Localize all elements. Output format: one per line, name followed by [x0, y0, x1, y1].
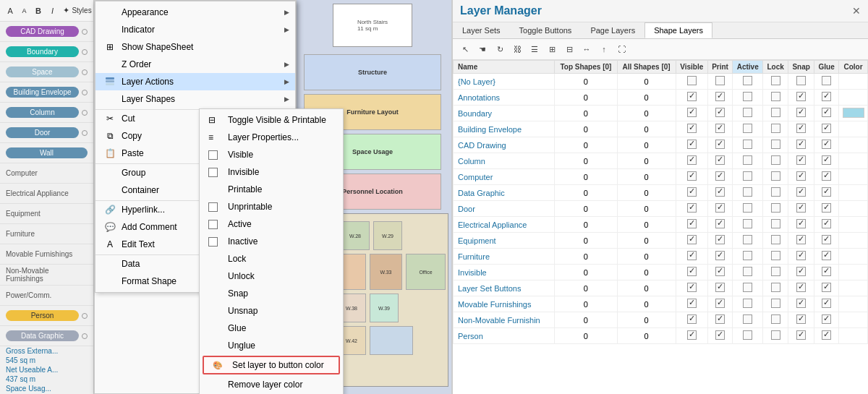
snap-checkbox[interactable] — [796, 108, 806, 117]
glue-checkbox[interactable] — [822, 330, 831, 340]
ctx-menu-item[interactable]: Layer Actions — [95, 73, 295, 90]
print-checkbox[interactable] — [715, 267, 725, 276]
snap-checkbox[interactable] — [796, 219, 806, 228]
print-checkbox[interactable] — [715, 251, 725, 260]
submenu-item[interactable]: Lock — [200, 250, 343, 267]
print-checkbox[interactable] — [715, 299, 725, 308]
visible-checkbox[interactable] — [687, 140, 697, 149]
lock-checkbox[interactable] — [771, 299, 780, 308]
glue-checkbox[interactable] — [822, 267, 831, 276]
lock-checkbox[interactable] — [771, 124, 780, 133]
glue-checkbox[interactable] — [822, 251, 831, 260]
up-btn[interactable]: ↑ — [596, 41, 612, 57]
snap-checkbox[interactable] — [796, 267, 806, 276]
lock-checkbox[interactable] — [771, 330, 780, 340]
print-checkbox[interactable] — [715, 187, 725, 197]
ctx-menu-item[interactable]: Appearance — [95, 4, 295, 21]
active-checkbox[interactable] — [743, 330, 752, 340]
lm-close-btn[interactable]: ✕ — [852, 5, 861, 17]
submenu-item[interactable]: Unsnap — [200, 302, 343, 320]
submenu-item[interactable]: Invisible — [200, 163, 343, 181]
color-cell[interactable] — [839, 185, 868, 201]
color-cell[interactable] — [839, 328, 868, 344]
lock-checkbox[interactable] — [771, 108, 780, 117]
layer-name-cell[interactable]: Furniture — [454, 249, 555, 265]
expand-btn[interactable]: ⛶ — [613, 41, 629, 57]
print-checkbox[interactable] — [715, 283, 725, 292]
layer-name-cell[interactable]: Movable Furnishings — [454, 296, 555, 312]
layer-item[interactable]: Data Graphic — [0, 326, 93, 346]
color-cell[interactable] — [839, 90, 868, 106]
bold-btn[interactable]: B — [33, 4, 44, 18]
glue-checkbox[interactable] — [822, 314, 831, 324]
visible-checkbox[interactable] — [687, 108, 697, 117]
glue-checkbox[interactable] — [822, 203, 831, 213]
ctx-menu-item[interactable]: ⊞Show ShapeSheet — [95, 38, 295, 56]
print-checkbox[interactable] — [715, 124, 725, 133]
visible-checkbox[interactable] — [687, 76, 697, 85]
active-checkbox[interactable] — [743, 267, 752, 276]
glue-checkbox[interactable] — [822, 108, 831, 117]
print-checkbox[interactable] — [715, 203, 725, 213]
color-cell[interactable] — [839, 74, 868, 90]
visible-checkbox[interactable] — [687, 299, 697, 308]
snap-checkbox[interactable] — [796, 330, 806, 340]
submenu-checkbox[interactable] — [208, 220, 218, 229]
submenu-item[interactable]: Snap — [200, 285, 343, 302]
submenu-item[interactable]: Unlock — [200, 267, 343, 285]
active-checkbox[interactable] — [743, 155, 752, 165]
rotate-btn[interactable]: ↻ — [492, 41, 508, 57]
active-checkbox[interactable] — [743, 219, 752, 228]
color-cell[interactable] — [839, 233, 868, 249]
layer-name-cell[interactable]: Column — [454, 153, 555, 169]
layer-item[interactable]: Power/Comm. — [0, 286, 93, 306]
snap-checkbox[interactable] — [796, 283, 806, 292]
layer-name-cell[interactable]: Building Envelope — [454, 121, 555, 137]
print-checkbox[interactable] — [715, 140, 725, 149]
lock-checkbox[interactable] — [771, 155, 780, 165]
layer-name-cell[interactable]: CAD Drawing — [454, 137, 555, 153]
print-checkbox[interactable] — [715, 219, 725, 228]
lock-checkbox[interactable] — [771, 140, 780, 149]
lm-tab-shape-layers[interactable]: Shape Layers — [644, 22, 712, 38]
color-cell[interactable] — [839, 153, 868, 169]
submenu-item[interactable]: Remove layer color — [200, 376, 343, 393]
snap-checkbox[interactable] — [796, 251, 806, 260]
layer-item[interactable]: Building Envelope — [0, 82, 93, 103]
lock-checkbox[interactable] — [771, 203, 780, 213]
lock-checkbox[interactable] — [771, 187, 780, 197]
grid2-btn[interactable]: ⊟ — [561, 41, 577, 57]
active-checkbox[interactable] — [743, 124, 752, 133]
italic-btn[interactable]: I — [46, 4, 58, 18]
layer-item[interactable]: Column — [0, 103, 93, 123]
layer-name-cell[interactable]: Equipment — [454, 233, 555, 249]
ctx-menu-item[interactable]: Layer Shapes — [95, 90, 295, 108]
active-checkbox[interactable] — [743, 76, 752, 85]
lock-checkbox[interactable] — [771, 171, 780, 181]
glue-checkbox[interactable] — [822, 299, 831, 308]
glue-checkbox[interactable] — [822, 187, 831, 197]
color-cell[interactable] — [839, 312, 868, 328]
color-cell[interactable] — [839, 296, 868, 312]
color-cell[interactable] — [839, 169, 868, 185]
visible-checkbox[interactable] — [687, 283, 697, 292]
layer-name-cell[interactable]: {No Layer} — [454, 74, 555, 90]
color-cell[interactable] — [839, 121, 868, 137]
active-checkbox[interactable] — [743, 140, 752, 149]
active-checkbox[interactable] — [743, 171, 752, 181]
visible-checkbox[interactable] — [687, 219, 697, 228]
color-cell[interactable] — [839, 106, 868, 121]
active-checkbox[interactable] — [743, 235, 752, 244]
active-checkbox[interactable] — [743, 92, 752, 101]
submenu-item[interactable]: ≡Layer Properties... — [200, 129, 343, 146]
snap-checkbox[interactable] — [796, 92, 806, 101]
submenu-item[interactable]: Printable — [200, 181, 343, 198]
layer-name-cell[interactable]: Invisible — [454, 265, 555, 280]
link-btn[interactable]: ⛓ — [509, 41, 525, 57]
cursor-btn[interactable]: ↖ — [457, 41, 473, 57]
snap-checkbox[interactable] — [796, 299, 806, 308]
list-btn[interactable]: ☰ — [527, 41, 542, 57]
visible-checkbox[interactable] — [687, 267, 697, 276]
lock-checkbox[interactable] — [771, 235, 780, 244]
lock-checkbox[interactable] — [771, 92, 780, 101]
